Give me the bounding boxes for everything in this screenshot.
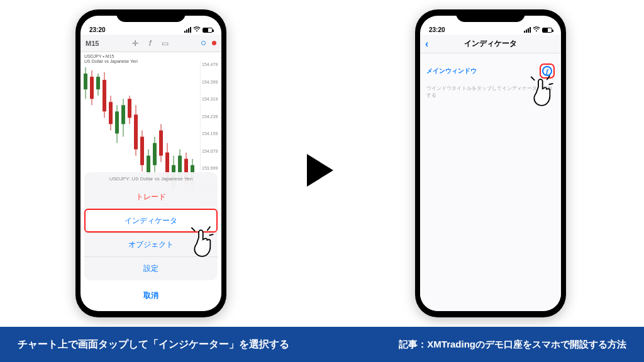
hint-text: ウインドウタイトルをタップしてインディケータを追加する bbox=[426, 85, 555, 99]
marker-red-icon[interactable] bbox=[212, 41, 216, 45]
signal-icon bbox=[524, 27, 531, 33]
back-button[interactable]: ‹ bbox=[425, 39, 428, 49]
svg-rect-9 bbox=[109, 102, 113, 124]
nav-bar: ‹ インディケータ bbox=[420, 35, 561, 53]
status-time: 23:20 bbox=[429, 26, 445, 33]
nav-title: インディケータ bbox=[464, 38, 517, 49]
crosshair-icon[interactable]: ✛ bbox=[131, 39, 140, 48]
svg-rect-15 bbox=[128, 99, 131, 118]
svg-rect-3 bbox=[90, 77, 94, 99]
svg-rect-17 bbox=[134, 114, 138, 149]
footer-right-text: 記事：XMTradingのデモ口座をスマホで開設する方法 bbox=[399, 339, 626, 351]
arrow-right-icon bbox=[307, 154, 333, 187]
sheet-cancel[interactable]: 取消 bbox=[84, 284, 218, 307]
chart-toolbar: M15 ✛ f ▭ bbox=[80, 35, 221, 52]
sheet-title: USDJPY: US Dollar vs Japanese Yen bbox=[84, 172, 218, 185]
svg-rect-19 bbox=[140, 137, 144, 165]
svg-rect-13 bbox=[121, 105, 125, 124]
svg-rect-23 bbox=[153, 143, 157, 165]
marker-blue-icon[interactable] bbox=[201, 41, 206, 45]
pair-label: USDJPY • M15 bbox=[84, 54, 218, 59]
status-time: 23:20 bbox=[89, 26, 106, 33]
svg-rect-11 bbox=[115, 111, 119, 133]
signal-icon bbox=[184, 27, 191, 33]
layers-icon[interactable]: ▭ bbox=[161, 39, 170, 48]
main-window-label[interactable]: メインウィンドウ bbox=[426, 67, 477, 75]
wifi-icon bbox=[533, 26, 540, 33]
timeframe-label[interactable]: M15 bbox=[86, 40, 99, 47]
fx-badge-icon: f bbox=[542, 66, 552, 76]
svg-rect-5 bbox=[96, 77, 100, 89]
add-indicator-button[interactable]: f bbox=[540, 63, 555, 79]
footer-bar: チャート上で画面タップして「インジケーター」を選択する 記事：XMTrading… bbox=[0, 327, 644, 362]
action-sheet: USDJPY: US Dollar vs Japanese Yen トレード イ… bbox=[80, 168, 221, 311]
footer-left-text: チャート上で画面タップして「インジケーター」を選択する bbox=[18, 338, 289, 351]
phone-right: 23:20 ‹ インディケータ メインウィンドウ f ウインドウタイト bbox=[415, 9, 566, 317]
sheet-option-trade[interactable]: トレード bbox=[84, 185, 218, 209]
sheet-option-settings[interactable]: 設定 bbox=[84, 256, 218, 280]
battery-icon bbox=[203, 28, 213, 33]
sheet-option-object[interactable]: オブジェクト bbox=[84, 233, 218, 256]
wifi-icon bbox=[193, 26, 201, 33]
svg-rect-1 bbox=[84, 74, 87, 89]
phone-left: 23:20 M15 ✛ f ▭ bbox=[75, 9, 226, 317]
fx-icon[interactable]: f bbox=[146, 39, 155, 48]
svg-rect-25 bbox=[159, 130, 163, 155]
sheet-option-indicator[interactable]: インディケータ bbox=[84, 209, 218, 233]
svg-rect-7 bbox=[103, 80, 106, 111]
battery-icon bbox=[542, 28, 552, 33]
